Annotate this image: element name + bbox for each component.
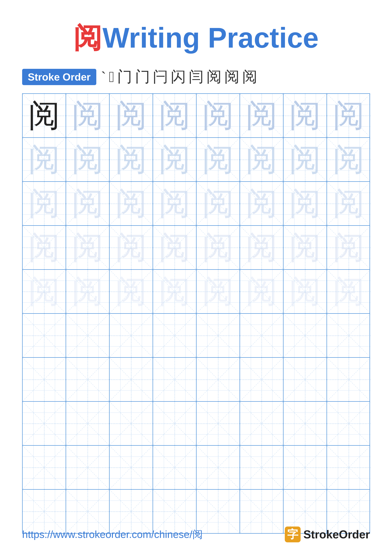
grid-cell[interactable]: 阅 bbox=[110, 182, 153, 225]
grid-cell[interactable] bbox=[284, 446, 327, 489]
grid-cell[interactable]: 阅 bbox=[197, 226, 240, 269]
svg-line-114 bbox=[66, 402, 109, 445]
grid-cell[interactable] bbox=[66, 314, 110, 357]
grid-cell[interactable] bbox=[66, 446, 110, 489]
grid-cell[interactable]: 阅 bbox=[197, 138, 240, 181]
footer-logo: 字 StrokeOrder bbox=[285, 526, 370, 542]
grid-cell[interactable] bbox=[110, 314, 153, 357]
grid-cell[interactable]: 阅 bbox=[327, 182, 371, 225]
grid-row bbox=[23, 446, 370, 490]
grid-cell[interactable]: 阅 bbox=[284, 270, 327, 313]
grid-cell[interactable]: 阅 bbox=[327, 138, 371, 181]
grid-cell[interactable]: 阅 bbox=[110, 138, 153, 181]
grid-cell[interactable] bbox=[110, 446, 153, 489]
svg-line-82 bbox=[66, 314, 109, 357]
grid-cell[interactable]: 阅 bbox=[110, 270, 153, 313]
grid-cell[interactable] bbox=[284, 314, 327, 357]
svg-line-83 bbox=[66, 314, 109, 357]
grid-cell[interactable]: 阅 bbox=[66, 226, 110, 269]
stroke-order-area: Stroke Order ` 𠃌 门 门 闩 闪 闫 阅 阅 阅 bbox=[22, 67, 370, 87]
footer-url[interactable]: https://www.strokeorder.com/chinese/阅 bbox=[22, 527, 203, 541]
practice-char: 阅 bbox=[72, 276, 103, 307]
grid-cell[interactable] bbox=[327, 402, 371, 445]
svg-line-95 bbox=[327, 314, 371, 357]
page: 阅 Writing Practice Stroke Order ` 𠃌 门 门 … bbox=[0, 0, 392, 555]
grid-cell[interactable] bbox=[23, 314, 66, 357]
svg-line-89 bbox=[197, 314, 240, 357]
grid-cell[interactable]: 阅 bbox=[66, 138, 110, 181]
stroke-1: ` bbox=[101, 68, 106, 86]
grid-cell[interactable] bbox=[23, 402, 66, 445]
grid-cell[interactable] bbox=[66, 402, 110, 445]
grid-cell[interactable]: 阅 bbox=[153, 226, 197, 269]
stroke-10: 阅 bbox=[242, 67, 257, 87]
grid-cell[interactable]: 阅 bbox=[327, 226, 371, 269]
stroke-9: 阅 bbox=[224, 67, 239, 87]
grid-cell[interactable]: 阅 bbox=[66, 182, 110, 225]
grid-cell[interactable]: 阅 bbox=[284, 226, 327, 269]
grid-cell[interactable] bbox=[153, 358, 197, 401]
grid-cell[interactable]: 阅 bbox=[110, 226, 153, 269]
svg-line-115 bbox=[66, 402, 109, 445]
svg-line-120 bbox=[197, 402, 240, 445]
grid-cell[interactable] bbox=[197, 314, 240, 357]
grid-cell[interactable]: 阅 bbox=[284, 138, 327, 181]
title-text: Writing Practice bbox=[102, 22, 319, 54]
practice-char: 阅 bbox=[246, 100, 277, 131]
grid-cell[interactable]: 阅 bbox=[23, 138, 66, 181]
grid-cell[interactable]: 阅 bbox=[23, 182, 66, 225]
grid-cell[interactable] bbox=[327, 314, 371, 357]
grid-cell[interactable]: 阅 bbox=[197, 270, 240, 313]
title-area: 阅 Writing Practice bbox=[73, 19, 319, 57]
grid-cell[interactable] bbox=[327, 358, 371, 401]
grid-cell[interactable] bbox=[197, 402, 240, 445]
grid-cell[interactable] bbox=[66, 358, 110, 401]
grid-cell[interactable]: 阅 bbox=[66, 94, 110, 137]
grid-cell[interactable] bbox=[327, 446, 371, 489]
grid-cell[interactable]: 阅 bbox=[153, 182, 197, 225]
grid-row: 阅 阅 阅 阅 阅 阅 阅 阅 bbox=[23, 138, 370, 182]
grid-cell[interactable]: 阅 bbox=[327, 94, 371, 137]
grid-cell[interactable] bbox=[197, 446, 240, 489]
grid-cell[interactable]: 阅 bbox=[23, 94, 66, 137]
grid-cell[interactable]: 阅 bbox=[197, 94, 240, 137]
svg-line-86 bbox=[153, 314, 196, 357]
grid-cell[interactable]: 阅 bbox=[240, 138, 284, 181]
grid-cell[interactable]: 阅 bbox=[23, 270, 66, 313]
svg-line-123 bbox=[240, 402, 283, 445]
stroke-8: 阅 bbox=[207, 67, 221, 87]
grid-cell[interactable]: 阅 bbox=[23, 226, 66, 269]
grid-cell[interactable] bbox=[240, 402, 284, 445]
grid-cell[interactable] bbox=[240, 314, 284, 357]
grid-cell[interactable] bbox=[197, 358, 240, 401]
grid-cell[interactable]: 阅 bbox=[153, 138, 197, 181]
practice-char: 阅 bbox=[202, 100, 234, 131]
grid-cell[interactable]: 阅 bbox=[240, 94, 284, 137]
grid-cell[interactable] bbox=[284, 402, 327, 445]
grid-cell[interactable] bbox=[110, 402, 153, 445]
svg-line-130 bbox=[66, 446, 109, 489]
grid-cell[interactable]: 阅 bbox=[240, 270, 284, 313]
grid-cell[interactable]: 阅 bbox=[153, 270, 197, 313]
grid-cell[interactable] bbox=[240, 358, 284, 401]
grid-cell[interactable] bbox=[153, 402, 197, 445]
practice-char: 阅 bbox=[159, 188, 190, 219]
grid-cell[interactable]: 阅 bbox=[153, 94, 197, 137]
grid-cell[interactable]: 阅 bbox=[66, 270, 110, 313]
svg-line-110 bbox=[327, 358, 371, 401]
grid-cell[interactable]: 阅 bbox=[240, 182, 284, 225]
practice-char: 阅 bbox=[115, 232, 147, 263]
grid-cell[interactable]: 阅 bbox=[327, 270, 371, 313]
grid-cell[interactable] bbox=[23, 358, 66, 401]
grid-cell[interactable]: 阅 bbox=[197, 182, 240, 225]
grid-cell[interactable]: 阅 bbox=[110, 94, 153, 137]
grid-cell[interactable] bbox=[23, 446, 66, 489]
grid-cell[interactable] bbox=[153, 446, 197, 489]
grid-cell[interactable] bbox=[110, 358, 153, 401]
grid-cell[interactable]: 阅 bbox=[240, 226, 284, 269]
grid-cell[interactable]: 阅 bbox=[284, 182, 327, 225]
grid-cell[interactable] bbox=[240, 446, 284, 489]
grid-cell[interactable] bbox=[284, 358, 327, 401]
grid-cell[interactable] bbox=[153, 314, 197, 357]
grid-cell[interactable]: 阅 bbox=[284, 94, 327, 137]
